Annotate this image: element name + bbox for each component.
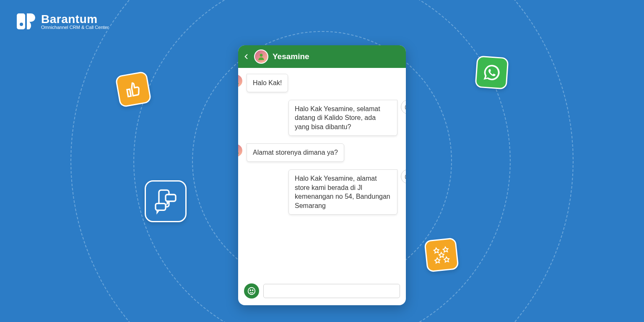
message-row: Halo Kak Yesamine, selamat datang di Kal… xyxy=(238,100,406,136)
message-bubble: Halo Kak Yesamine, alamat store kami ber… xyxy=(288,169,397,215)
brand-title: Barantum xyxy=(41,13,109,25)
svg-rect-4 xyxy=(156,203,166,210)
svg-rect-3 xyxy=(166,195,176,201)
stars-icon xyxy=(429,243,453,267)
svg-rect-0 xyxy=(17,13,25,29)
chat-body: Halo Kak! Halo Kak Yesamine, selamat dat… xyxy=(238,68,406,278)
user-avatar xyxy=(238,143,243,158)
brand-mark-icon xyxy=(17,12,36,31)
thumbs-up-badge xyxy=(115,71,152,108)
svg-rect-7 xyxy=(405,105,406,109)
bot-avatar xyxy=(401,100,406,114)
whatsapp-icon xyxy=(482,63,502,83)
svg-point-1 xyxy=(20,23,23,26)
emoji-button[interactable] xyxy=(244,283,259,299)
bot-avatar xyxy=(401,169,406,184)
svg-point-18 xyxy=(252,290,253,291)
message-bubble: Alamat storenya dimana ya? xyxy=(247,143,344,162)
user-avatar xyxy=(238,74,243,88)
svg-point-5 xyxy=(260,54,263,57)
message-row: Alamat storenya dimana ya? xyxy=(238,143,406,162)
contact-avatar[interactable] xyxy=(254,49,268,64)
avatar-face-icon xyxy=(257,52,265,61)
phone-chat-badge xyxy=(145,180,187,222)
message-input[interactable] xyxy=(263,284,400,298)
brand-subtitle: Omnichannel CRM & Call Center xyxy=(41,25,109,30)
svg-rect-12 xyxy=(405,175,406,179)
robot-icon xyxy=(403,102,406,112)
avatar-face-icon xyxy=(238,147,240,154)
robot-icon xyxy=(403,172,406,181)
avatar-face-icon xyxy=(238,77,240,85)
svg-point-16 xyxy=(248,288,255,295)
svg-point-17 xyxy=(250,290,251,291)
message-bubble: Halo Kak Yesamine, selamat datang di Kal… xyxy=(288,100,397,136)
chat-window: Yesamine Halo Kak! Halo Kak Yesamine, se… xyxy=(238,45,406,305)
phone-chat-icon xyxy=(152,188,179,215)
message-row: Halo Kak! xyxy=(238,74,406,92)
chat-header: Yesamine xyxy=(238,45,406,68)
message-row: Halo Kak Yesamine, alamat store kami ber… xyxy=(238,169,406,215)
stars-badge xyxy=(424,237,459,273)
contact-name: Yesamine xyxy=(273,52,309,61)
back-icon[interactable] xyxy=(243,53,250,60)
message-bubble: Halo Kak! xyxy=(247,74,288,92)
thumbs-up-icon xyxy=(124,80,143,99)
input-bar xyxy=(238,278,406,305)
whatsapp-badge xyxy=(475,55,509,89)
smile-icon xyxy=(247,286,256,296)
brand-logo: Barantum Omnichannel CRM & Call Center xyxy=(17,12,109,31)
